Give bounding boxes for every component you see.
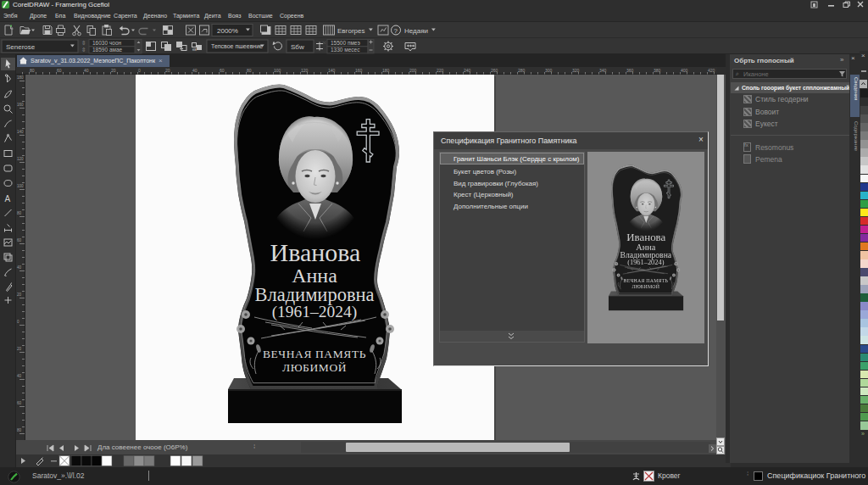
svg-text:A: A bbox=[5, 194, 11, 203]
svg-text:420: 420 bbox=[708, 68, 715, 73]
svg-text:200: 200 bbox=[409, 68, 417, 73]
svg-text:2000%: 2000% bbox=[217, 27, 238, 35]
svg-text:80: 80 bbox=[247, 68, 252, 73]
svg-text:80: 80 bbox=[17, 211, 22, 215]
svg-text:20: 20 bbox=[111, 68, 116, 73]
svg-text:20: 20 bbox=[17, 347, 22, 351]
svg-text:15500 пмеэ: 15500 пмеэ bbox=[331, 40, 360, 46]
svg-text:60: 60 bbox=[220, 68, 225, 73]
svg-text:160: 160 bbox=[355, 68, 363, 73]
svg-text:40: 40 bbox=[84, 68, 89, 73]
svg-text:60: 60 bbox=[17, 401, 22, 405]
svg-text:60: 60 bbox=[17, 238, 22, 242]
svg-text:400: 400 bbox=[681, 68, 688, 73]
svg-text:280: 280 bbox=[518, 68, 526, 73]
svg-text:240: 240 bbox=[464, 68, 471, 73]
svg-text:?: ? bbox=[394, 27, 398, 35]
svg-text:180: 180 bbox=[382, 68, 390, 73]
svg-text:180: 180 bbox=[17, 75, 24, 80]
svg-text:360: 360 bbox=[626, 68, 634, 73]
svg-text:16030 чоон: 16030 чоон bbox=[92, 40, 121, 46]
svg-text:300: 300 bbox=[545, 68, 553, 73]
svg-text:Senerose: Senerose bbox=[6, 43, 36, 51]
svg-text:⇳: ⇳ bbox=[81, 47, 86, 53]
svg-text:1330 месес: 1330 месес bbox=[331, 47, 360, 53]
svg-text:Тепсвое пшеевние: Тепсвое пшеевние bbox=[211, 43, 263, 49]
svg-text:120: 120 bbox=[17, 157, 24, 161]
svg-text:160: 160 bbox=[17, 103, 24, 107]
svg-text:40: 40 bbox=[17, 374, 22, 378]
svg-text:20: 20 bbox=[17, 293, 22, 297]
svg-text:40: 40 bbox=[192, 68, 198, 73]
svg-text:140: 140 bbox=[328, 68, 336, 73]
svg-text:380: 380 bbox=[654, 68, 661, 73]
svg-text:40: 40 bbox=[17, 265, 22, 270]
svg-text:140: 140 bbox=[17, 130, 24, 134]
svg-text:0: 0 bbox=[138, 68, 141, 73]
svg-text:100: 100 bbox=[274, 68, 281, 73]
svg-text:320: 320 bbox=[572, 68, 580, 73]
svg-text:120: 120 bbox=[301, 68, 309, 73]
svg-text:⇳: ⇳ bbox=[81, 40, 86, 46]
svg-text:кв: кв bbox=[192, 47, 197, 52]
svg-text:⁙: ⁙ bbox=[322, 40, 326, 45]
svg-text:60: 60 bbox=[57, 68, 62, 73]
svg-text:80: 80 bbox=[30, 68, 35, 73]
svg-text:20: 20 bbox=[165, 68, 170, 73]
svg-text:100: 100 bbox=[17, 184, 24, 188]
svg-text:Недаяи: Недаяи bbox=[404, 27, 428, 35]
svg-text:Sбw: Sбw bbox=[291, 43, 304, 51]
svg-text:18590 амае: 18590 амае bbox=[92, 47, 123, 53]
svg-text:Eвгorpes: Eвгorpes bbox=[337, 27, 365, 35]
svg-text:220: 220 bbox=[437, 68, 444, 73]
svg-text:80: 80 bbox=[17, 428, 22, 432]
svg-text:0: 0 bbox=[17, 320, 19, 324]
svg-text:260: 260 bbox=[491, 68, 498, 73]
svg-text:340: 340 bbox=[599, 68, 607, 73]
